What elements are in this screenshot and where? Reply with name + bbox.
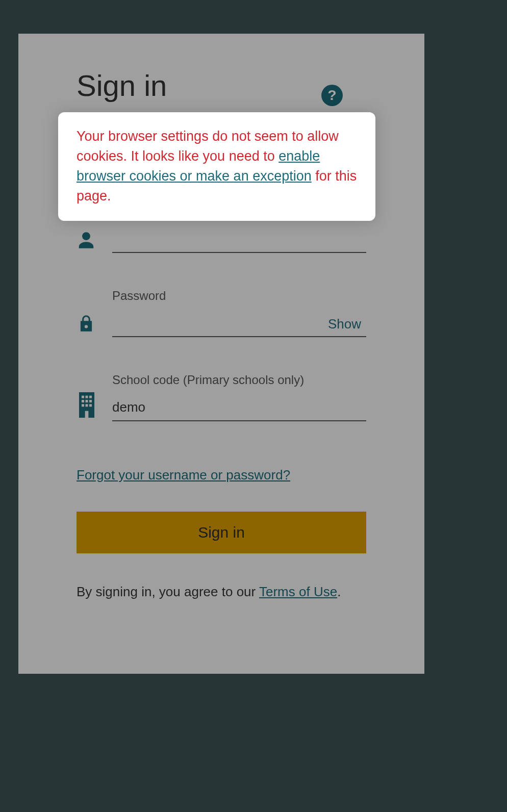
schoolcode-input[interactable]	[112, 396, 366, 421]
schoolcode-row: School code (Primary schools only)	[77, 373, 366, 421]
cookie-alert: Your browser settings do not seem to all…	[58, 112, 375, 221]
svg-rect-4	[82, 400, 84, 402]
signin-button[interactable]: Sign in	[77, 512, 366, 553]
svg-rect-2	[86, 396, 88, 398]
password-row: Password Show	[77, 289, 366, 337]
help-icon: ?	[327, 87, 336, 104]
svg-rect-8	[86, 404, 88, 407]
terms-link[interactable]: Terms of Use	[259, 584, 337, 599]
user-icon	[77, 231, 112, 253]
help-button[interactable]: ?	[321, 85, 343, 106]
terms-prefix: By signing in, you agree to our	[77, 584, 259, 599]
lock-icon	[77, 313, 112, 337]
schoolcode-label: School code (Primary schools only)	[112, 373, 366, 387]
svg-rect-5	[86, 400, 88, 402]
forgot-link[interactable]: Forgot your username or password?	[77, 467, 290, 483]
svg-rect-10	[85, 411, 89, 418]
password-label: Password	[112, 289, 366, 303]
svg-rect-9	[89, 404, 92, 407]
building-icon	[77, 392, 112, 421]
form-fields: Username Password Show	[77, 205, 366, 421]
show-password-toggle[interactable]: Show	[328, 316, 361, 332]
svg-rect-6	[89, 400, 92, 402]
svg-rect-3	[89, 396, 92, 398]
svg-rect-7	[82, 404, 84, 407]
terms-suffix: .	[337, 584, 341, 599]
terms-text: By signing in, you agree to our Terms of…	[77, 584, 366, 600]
svg-rect-1	[82, 396, 84, 398]
username-input[interactable]	[112, 228, 366, 253]
